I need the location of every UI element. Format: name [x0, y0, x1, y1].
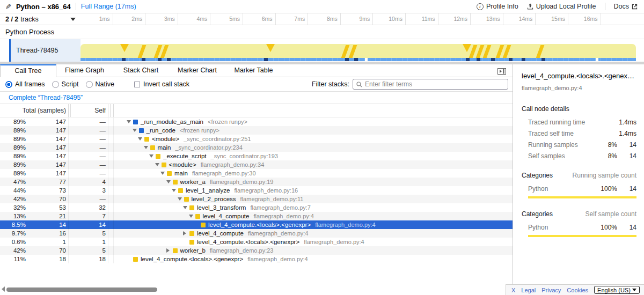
call-tree-row[interactable]: 42%705worker_bflamegraph_demo.py:23 [0, 246, 513, 255]
call-tree-row[interactable]: 89%147—_execute_script_sync_coordinator.… [0, 152, 513, 160]
twisty-open-icon[interactable] [189, 212, 195, 220]
sample-tick [158, 58, 162, 61]
category-color-square [178, 188, 183, 193]
docs-button[interactable]: Docs [614, 3, 638, 10]
category-color-square [139, 128, 144, 133]
category-bar [528, 235, 636, 237]
column-header-total[interactable]: Total (samples) [0, 104, 66, 117]
cell-self-samples: — [70, 117, 106, 126]
radio-native[interactable]: Native [86, 80, 114, 88]
cell-total-percent: 89% [0, 152, 26, 160]
edit-profile-name-icon[interactable]: ✎ [5, 3, 11, 11]
profile-info-button[interactable]: Profile Info [477, 3, 518, 10]
sidebar: level_4_compute.<locals>.<genex… flamegr… [513, 64, 644, 284]
twisty-open-icon[interactable] [138, 135, 144, 143]
ruler-tick: 6ms [243, 13, 276, 25]
tab-stack-chart[interactable]: Stack Chart [113, 64, 169, 77]
twisty-open-icon[interactable] [149, 152, 156, 160]
ruler-tick: 10ms [373, 13, 406, 25]
twisty-open-icon[interactable] [160, 169, 167, 178]
call-tree-row[interactable]: 44%733level_1_analyzeflamegraph_demo.py:… [0, 186, 513, 195]
track-sample-strip [80, 58, 636, 61]
call-tree-row[interactable]: 89%147—mainflamegraph_demo.py:30 [0, 169, 513, 178]
thread-track-row[interactable]: Thread-78495 [0, 39, 644, 62]
profile-title: Python – x86_64 [16, 3, 71, 11]
twisty-open-icon[interactable] [166, 178, 173, 186]
detail-value: 14 [617, 141, 636, 149]
cell-total-percent: 32% [0, 203, 26, 212]
radio-script[interactable]: Script [52, 80, 79, 88]
function-file-path: _sync_coordinator.py:251 [184, 135, 251, 143]
call-tree-row[interactable]: 42%70—level_2_processflamegraph_demo.py:… [0, 195, 513, 203]
call-tree-row[interactable]: 89%147—<module>_sync_coordinator.py:251 [0, 135, 513, 143]
call-tree-row[interactable]: 13%217level_4_computeflamegraph_demo.py:… [0, 212, 513, 220]
tracks-dropdown[interactable]: 2 / 2 tracks [0, 13, 80, 25]
twisty-open-icon[interactable] [144, 143, 150, 152]
function-file-path: flamegraph_demo.py:7 [250, 203, 311, 212]
cell-total-percent: 89% [0, 135, 26, 143]
call-tree-row[interactable]: 9.7%165level_4_computeflamegraph_demo.py… [0, 229, 513, 238]
footer-link-x[interactable]: X [511, 287, 515, 293]
cell-self-samples: 18 [70, 255, 106, 263]
twisty-closed-icon[interactable] [166, 246, 173, 255]
header-divider [605, 3, 605, 10]
process-track-row[interactable]: Python Process [0, 25, 644, 39]
category-percent: 100% [594, 224, 617, 231]
twisty-open-icon[interactable] [178, 195, 184, 203]
twisty-closed-icon[interactable] [183, 229, 189, 238]
tab-marker-table[interactable]: Marker Table [225, 64, 282, 77]
call-tree-row[interactable]: 8.5%1414level_4_compute.<locals>.<genexp… [0, 220, 513, 229]
invert-call-stack-checkbox[interactable] [134, 82, 140, 87]
language-select[interactable]: English (US) [594, 286, 640, 294]
function-file-path: <frozen runpy> [180, 126, 219, 135]
footer-link-legal[interactable]: Legal [521, 287, 536, 293]
scrollbar-left-arrow[interactable] [2, 286, 5, 292]
twisty-open-icon[interactable] [172, 186, 178, 195]
docs-label: Docs [614, 3, 629, 10]
categories-header: CategoriesSelf sample count [522, 210, 636, 218]
filter-stacks: Filter stacks: [312, 79, 508, 90]
tracks-count: 2 / 2 [5, 16, 18, 23]
ruler-tick: 2ms [113, 13, 146, 25]
tab-marker-chart[interactable]: Marker Chart [169, 64, 225, 77]
upload-profile-button[interactable]: Upload Local Profile [527, 3, 596, 10]
column-header-self[interactable]: Self [70, 104, 106, 117]
tab-call-tree[interactable]: Call Tree [0, 64, 56, 77]
breadcrumb-complete-thread[interactable]: Complete “Thread-78495” [9, 94, 83, 101]
full-range-button[interactable]: Full Range (17ms) [81, 3, 136, 10]
radio-all-frames[interactable]: All frames [5, 80, 45, 88]
cell-total-samples: 147 [27, 135, 66, 143]
call-tree-row[interactable]: 89%147—main_sync_coordinator.py:234 [0, 143, 513, 152]
twisty-open-icon[interactable] [155, 160, 162, 169]
footer-link-cookies[interactable]: Cookies [567, 287, 588, 293]
call-tree-row[interactable]: 47%774worker_aflamegraph_demo.py:19 [0, 178, 513, 186]
category-value: 14 [617, 224, 636, 231]
category-color-square [184, 197, 189, 202]
call-tree-row[interactable]: 0.6%11level_4_compute.<locals>.<genexpr>… [0, 238, 513, 246]
filter-stacks-input[interactable] [365, 80, 504, 88]
twisty-open-icon[interactable] [133, 126, 139, 135]
category-percent: 100% [594, 185, 617, 193]
call-tree-row[interactable]: 89%147—<module>flamegraph_demo.py:34 [0, 160, 513, 169]
sidebar-toggle-button[interactable] [497, 67, 506, 77]
twisty-open-icon[interactable] [183, 203, 189, 212]
cell-self-samples: — [70, 169, 106, 178]
category-name: Python [528, 185, 594, 193]
function-name: level_3_transform [197, 203, 246, 212]
call-tree-row[interactable]: 11%1818level_4_compute.<locals>.<genexpr… [0, 255, 513, 263]
thread-label[interactable]: Thread-78495 [11, 39, 80, 62]
call-tree-row[interactable]: 32%5332level_3_transformflamegraph_demo.… [0, 203, 513, 212]
horizontal-scrollbar-thumb[interactable] [6, 287, 157, 292]
footer-links: XLegalPrivacyCookies [511, 287, 588, 293]
thread-activity-track[interactable] [80, 39, 636, 62]
search-icon [356, 82, 362, 87]
sidebar-function-title: level_4_compute.<locals>.<genex… [522, 72, 636, 80]
tab-flame-graph[interactable]: Flame Graph [56, 64, 113, 77]
category-value: 14 [617, 185, 636, 193]
twisty-open-icon[interactable] [127, 117, 133, 126]
call-tree-row[interactable]: 89%147—_run_module_as_main<frozen runpy> [0, 117, 513, 126]
call-tree-row[interactable]: 89%147—_run_code<frozen runpy> [0, 126, 513, 135]
process-label: Python Process [5, 28, 54, 36]
footer-link-privacy[interactable]: Privacy [541, 287, 561, 293]
track-marker-slash [503, 45, 511, 58]
